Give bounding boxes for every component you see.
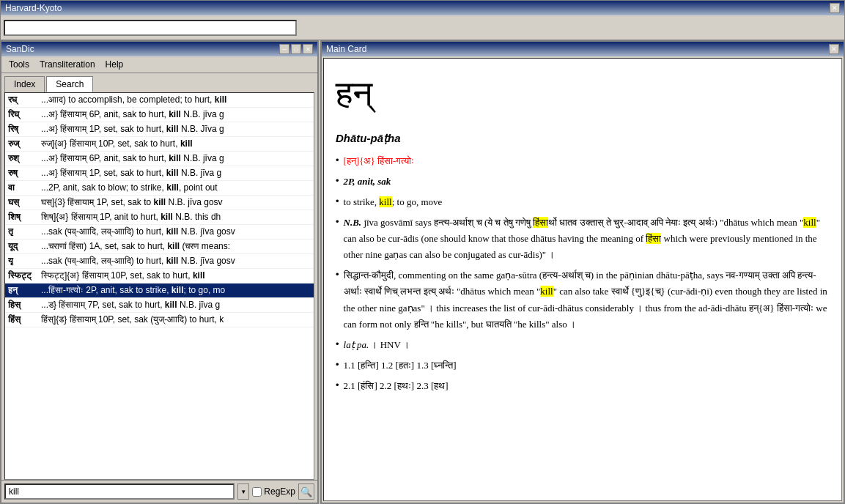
search-go-button[interactable]: 🔍 [298, 483, 314, 500]
list-item-word: स्फिट्ट् [8, 270, 41, 281]
sandic-maximize-button[interactable]: □ [291, 44, 301, 54]
hk-title-bar: Harvard-Kyoto ✕ [1, 1, 844, 15]
bullet-item: •2.1 [हंसि] 2.2 [हथः] 2.3 [हथ] [336, 378, 830, 394]
list-item[interactable]: रिघ्...अ} हिंसायाम् 6P, anit, sak to hur… [5, 108, 314, 122]
bullet-content: laṭ pa. । HNV । [344, 337, 830, 353]
list-item-def: ...अ} हिंसायाम् 1P, set, sak to hurt, ki… [41, 168, 311, 179]
list-item-word: हन् [8, 285, 41, 296]
list-item-word: घस् [8, 197, 41, 208]
list-item-word: रुष् [8, 168, 41, 179]
list-item-word: शिष् [8, 212, 41, 223]
list-item-word: तृ [8, 226, 41, 237]
list-item-word: रुश् [8, 153, 41, 164]
bullet-marker: • [336, 153, 339, 169]
list-item[interactable]: रुज्रुज्]{अ} हिंसायाम् 10P, set, sak to … [5, 137, 314, 152]
regexp-checkbox[interactable] [252, 487, 262, 497]
list-item-def: ...हिंसा-गत्योः 2P, anit, sak to strike,… [41, 285, 311, 296]
list-item[interactable]: रिष्...अ} हिंसायाम् 1P, set, sak to hurt… [5, 122, 314, 137]
bullet-content: 1.1 [हन्ति] 1.2 [हतः] 1.3 [घ्नन्ति] [344, 357, 830, 374]
sandic-menubar: Tools Transliteration Help [1, 56, 317, 73]
list-item-word: यृ [8, 256, 41, 267]
main-card-title-bar: Main Card ✕ [322, 42, 844, 56]
list-item-def: ...ड} हिंसायाम् 7P, set, sak to hurt, ki… [41, 300, 311, 311]
main-card-content[interactable]: हन्Dhātu-pāṭha•[हन्]{अ} हिंसा-गत्योः•2P,… [323, 58, 842, 501]
list-item-word: वा [8, 182, 41, 193]
list-item-def: रुज्]{अ} हिंसायाम् 10P, set, sak to hurt… [41, 138, 311, 149]
bullet-content: N.B. jīva gosvāmī says हन्त्य-अर्थाश् च … [344, 215, 830, 263]
hk-window: Harvard-Kyoto ✕ [0, 0, 845, 40]
tab-index[interactable]: Index [4, 76, 45, 92]
list-item[interactable]: घस्घस्]{3} हिंसायाम् 1P, set, sak to kil… [5, 196, 314, 210]
list-item-def: ...अ} हिंसायाम् 1P, set, sak to hurt, ki… [41, 124, 311, 135]
list-item-word: यूद् [8, 241, 41, 252]
regexp-label[interactable]: RegExp [252, 486, 295, 497]
list-item[interactable]: वा...2P, anit, sak to blow; to strike, k… [5, 181, 314, 196]
bullet-content: 2.1 [हंसि] 2.2 [हथः] 2.3 [हथ] [344, 378, 830, 394]
bullet-item: •1.1 [हन्ति] 1.2 [हतः] 1.3 [घ्नन्ति] [336, 357, 830, 374]
sandic-title-bar: SanDic ─ □ ✕ [1, 42, 317, 56]
list-item-word: रिष् [8, 124, 41, 135]
regexp-text: RegExp [264, 486, 295, 497]
list-item-def: ...sak (पव्-आादि, लव्-आादि) to hurt, kil… [41, 256, 311, 267]
bullet-marker: • [336, 215, 339, 263]
list-item-def: ...2P, anit, sak to blow; to strike, kil… [41, 182, 311, 193]
sandic-title-label: SanDic [6, 44, 34, 54]
list-item[interactable]: हिस्...ड} हिंसायाम् 7P, set, sak to hurt… [5, 298, 314, 313]
list-item[interactable]: स्फिट्ट्स्फिट्ट्]{अ} हिंसायाम् 10P, set,… [5, 269, 314, 284]
search-dropdown-button[interactable]: ▼ [237, 483, 249, 500]
list-item-word: रघ् [8, 94, 41, 105]
list-item[interactable]: रुश्...अ} हिंसायाम् 6P, anit, sak to hur… [5, 152, 314, 166]
hk-search-input[interactable] [4, 20, 297, 36]
list-item[interactable]: शिष्शिष्]{अ} हिंसायाम् 1P, anit to hurt,… [5, 210, 314, 225]
section-heading: Dhātu-pāṭha [336, 130, 830, 147]
list-item-def: ...sak (पव्-आादि, लव्-आादि) to hurt, kil… [41, 226, 311, 237]
bullet-content: [हन्]{अ} हिंसा-गत्योः [344, 153, 830, 169]
list-item[interactable]: यृ...sak (पव्-आादि, लव्-आादि) to hurt, k… [5, 254, 314, 269]
sandic-list[interactable]: रघ्...आाद) to accomplish, be completed; … [4, 92, 314, 480]
bullet-item: •सिद्धान्त-कौमुदी, commenting on the sam… [336, 267, 830, 332]
sandic-search-bar: ▼ RegExp 🔍 [1, 480, 317, 503]
list-item-word: रिघ् [8, 109, 41, 120]
list-item-word: रुज् [8, 138, 41, 149]
sandic-search-input[interactable] [4, 483, 235, 500]
list-item-def: स्फिट्ट्]{अ} हिंसायाम् 10P, set, sak to … [41, 270, 311, 281]
sandic-minimize-button[interactable]: ─ [279, 44, 289, 54]
bullet-item: •N.B. jīva gosvāmī says हन्त्य-अर्थाश् च… [336, 215, 830, 263]
bullet-item: •2P, anit, sak [336, 174, 830, 190]
list-item-def: ...आाद) to accomplish, be completed; to … [41, 94, 311, 105]
bullet-marker: • [336, 267, 339, 332]
main-layout: SanDic ─ □ ✕ Tools Transliteration Help … [0, 40, 845, 504]
sandic-close-button[interactable]: ✕ [303, 44, 313, 54]
list-item[interactable]: यूद्...चराणां हिंसा) 1A, set, sak to hur… [5, 240, 314, 254]
sandic-panel: SanDic ─ □ ✕ Tools Transliteration Help … [0, 40, 319, 504]
bullet-marker: • [336, 357, 339, 374]
tab-search[interactable]: Search [46, 76, 93, 92]
list-item-def: ...अ} हिंसायाम् 6P, anit, sak to hurt, k… [41, 109, 311, 120]
bullet-item: •laṭ pa. । HNV । [336, 337, 830, 353]
menu-transliteration[interactable]: Transliteration [35, 58, 100, 71]
bullet-content: 2P, anit, sak [344, 174, 830, 190]
hk-close-button[interactable]: ✕ [830, 3, 840, 13]
bullet-content: सिद्धान्त-कौमुदी, commenting on the same… [344, 267, 830, 332]
hk-input-area [1, 15, 844, 40]
bullet-marker: • [336, 337, 339, 353]
bullet-marker: • [336, 174, 339, 190]
menu-help[interactable]: Help [101, 58, 128, 71]
list-item[interactable]: रुष्...अ} हिंसायाम् 1P, set, sak to hurt… [5, 166, 314, 181]
list-item[interactable]: तृ...sak (पव्-आादि, लव्-आादि) to hurt, k… [5, 225, 314, 240]
list-item-def: हिंस्]{ड} हिंसायाम् 10P, set, sak (युज्-… [41, 314, 311, 325]
list-item-word: हिंस् [8, 314, 41, 325]
sandic-tabs: Index Search [1, 73, 317, 92]
main-card-panel: Main Card ✕ हन्Dhātu-pāṭha•[हन्]{अ} हिंस… [320, 40, 845, 504]
bullet-marker: • [336, 194, 339, 210]
menu-tools[interactable]: Tools [4, 58, 34, 71]
bullet-item: •to strike, kill; to go, move [336, 194, 830, 210]
main-card-close-button[interactable]: ✕ [829, 44, 839, 54]
list-item[interactable]: हन्...हिंसा-गत्योः 2P, anit, sak to stri… [5, 284, 314, 298]
sandic-window-buttons: ─ □ ✕ [279, 44, 313, 54]
bullet-item: •[हन्]{अ} हिंसा-गत्योः [336, 153, 830, 169]
list-item-def: शिष्]{अ} हिंसायाम् 1P, anit to hurt, kil… [41, 212, 311, 223]
list-item-word: हिस् [8, 300, 41, 311]
list-item[interactable]: रघ्...आाद) to accomplish, be completed; … [5, 93, 314, 108]
list-item[interactable]: हिंस्हिंस्]{ड} हिंसायाम् 10P, set, sak (… [5, 313, 314, 327]
